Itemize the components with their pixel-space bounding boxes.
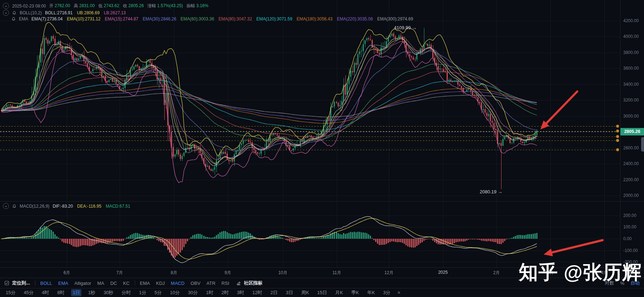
time-axis-label: 11月 — [333, 270, 341, 276]
boll-legend-row: ⌄ BOLL(10,2) BOLL:2716.91UB:2806.69LB:26… — [3, 10, 126, 16]
timeframe-button[interactable]: 1时 — [205, 289, 215, 296]
macd-legend-row: ⌄ MACD(12,26,9) DIF:-83.20DEA:-116.95MAC… — [3, 203, 130, 209]
alert-bell-icon[interactable] — [12, 204, 16, 208]
main-indicator-button[interactable]: BOLL — [40, 281, 52, 286]
locate-button[interactable]: 定位到... — [12, 280, 30, 286]
ema-values: EMA(7):2736.04EMA(10):2731.12EMA(15):274… — [31, 16, 413, 21]
timeframe-button[interactable]: 年K — [366, 289, 376, 296]
candle-datetime: 2025-02-23 08:00 — [12, 4, 46, 9]
main-indicator-button[interactable]: Alligator — [74, 281, 91, 286]
timeframe-button[interactable]: 月K — [334, 289, 345, 296]
ohlc-field-value: 1.57%(43.25) — [157, 3, 183, 8]
ohlc-field-label: 低 — [98, 3, 104, 8]
timeframe-button[interactable]: 5分 — [153, 289, 163, 296]
main-indicator-button[interactable]: MA — [97, 281, 104, 286]
ema-legend-row: EMA EMA(7):2736.04EMA(10):2731.12EMA(15)… — [3, 16, 413, 21]
timeframe-button[interactable]: 15分 — [4, 289, 17, 296]
price-tick-label: 3600.00 — [623, 66, 639, 71]
indicator-value: EMA(120):3071.59 — [256, 16, 293, 21]
alert-bell-icon[interactable] — [11, 17, 16, 21]
ohlc-field: 收 2805.26 — [123, 3, 144, 9]
sub-indicator-group: EMAKDJMACDOBVATRRSI — [140, 281, 229, 286]
timeframe-button[interactable]: 15日 — [316, 289, 328, 296]
ohlc-field-label: 收 — [123, 3, 128, 8]
last-price-badge: 2805.26 — [620, 128, 644, 135]
high-price-annotation: 4109.99 → — [394, 25, 417, 30]
main-indicator-button[interactable]: EMA — [58, 281, 68, 286]
time-axis-label: 8月 — [171, 270, 178, 276]
sub-indicator-button[interactable]: OBV — [191, 281, 200, 286]
time-axis-label: 6月 — [64, 270, 70, 276]
timeframe-button[interactable]: 2日 — [269, 289, 279, 296]
ohlc-field-value: 2762.00 — [55, 3, 70, 8]
sub-indicator-button[interactable]: RSI — [221, 281, 229, 286]
ohlc-field-value: 3.16% — [196, 3, 208, 8]
timeframe-button[interactable]: 2时 — [220, 289, 230, 296]
timeframe-button[interactable]: 4时 — [40, 289, 50, 296]
main-indicator-button[interactable]: KC — [123, 281, 130, 286]
collapse-chevron-icon[interactable]: ⌄ — [3, 203, 9, 209]
main-indicator-group: BOLLEMAAlligatorMADCKC — [40, 281, 130, 286]
sub-indicator-button[interactable]: MACD — [171, 281, 184, 286]
price-tick-label: 2000.00 — [623, 193, 639, 198]
close-icon[interactable]: ✕ — [397, 290, 401, 295]
timeframe-button[interactable]: 分时 — [120, 289, 132, 296]
price-tick-label: 3400.00 — [623, 82, 639, 87]
timeframe-button[interactable]: 季K — [350, 289, 360, 296]
boll-indicator-name[interactable]: BOLL(10,2) — [20, 10, 42, 15]
toolbar-divider — [35, 281, 35, 286]
ohlc-field: 低 2743.62 — [98, 3, 119, 9]
edit-pencil-icon[interactable] — [236, 281, 241, 286]
collapse-chevron-icon[interactable]: ⌄ — [3, 10, 9, 16]
timeframe-button[interactable]: 12时 — [251, 289, 263, 296]
timeframe-button[interactable]: 1秒 — [87, 289, 97, 296]
price-tick-label: 2600.00 — [623, 145, 639, 150]
timeframe-button[interactable]: 30分 — [186, 289, 199, 296]
timeframe-button[interactable]: 3分 — [382, 289, 392, 296]
ohlc-field: 开 2762.00 — [49, 3, 70, 9]
timeframe-toolbar: 15分45分4时8时1日1秒30秒分时1分5分10分30分1时2时3时12时2日… — [0, 288, 644, 297]
timeframe-button[interactable]: 8时 — [56, 289, 66, 296]
ohlc-field-value: 2805.26 — [128, 3, 144, 8]
ohlc-legend-row: ⌄ 2025-02-23 08:00 开 2762.00高 2831.00低 2… — [3, 3, 208, 9]
timeframe-button[interactable]: 1分 — [138, 289, 148, 296]
sub-indicator-button[interactable]: KDJ — [156, 281, 165, 286]
indicator-value: DEA:-116.95 — [77, 204, 101, 209]
time-axis-label: 2025 — [438, 270, 448, 275]
toolbar-divider — [135, 281, 135, 286]
indicator-value: EMA(300):2974.69 — [377, 16, 413, 21]
panel-toggle-handle[interactable] — [641, 137, 644, 152]
timeframe-button[interactable]: 10分 — [169, 289, 181, 296]
timeframe-button[interactable]: 45分 — [22, 289, 35, 296]
ohlc-fields: 开 2762.00高 2831.00低 2743.62收 2805.26涨幅 1… — [49, 3, 209, 9]
indicator-value: EMA(180):3056.43 — [296, 16, 333, 21]
price-tick-label: 2400.00 — [623, 161, 639, 166]
ema-indicator-name[interactable]: EMA — [19, 16, 28, 21]
time-axis-label: 10月 — [278, 270, 287, 276]
time-axis-label: 7月 — [116, 270, 123, 276]
ohlc-field-label: 振幅 — [186, 3, 196, 8]
locate-checkbox-icon[interactable] — [4, 281, 9, 286]
chart-canvas[interactable] — [0, 0, 644, 267]
sub-indicator-button[interactable]: EMA — [140, 281, 150, 286]
price-tick-label: 3200.00 — [623, 98, 639, 103]
macd-tick-label: 200.00 — [623, 213, 636, 218]
macd-indicator-name[interactable]: MACD(12,26,9) — [20, 204, 49, 209]
sub-indicator-button[interactable]: ATR — [206, 281, 215, 286]
indicator-value: DIF:-83.20 — [53, 204, 73, 209]
timeframe-button[interactable]: 3日 — [284, 289, 294, 296]
community-indicators-button[interactable]: 社区指标 — [244, 280, 263, 286]
alert-bell-icon[interactable] — [12, 11, 16, 15]
timeframe-button[interactable]: 30秒 — [102, 289, 115, 296]
timeframe-button[interactable]: 周K — [300, 289, 310, 296]
timeframe-button[interactable]: 1日 — [71, 289, 81, 296]
main-indicator-button[interactable]: DC — [110, 281, 117, 286]
watermark: 知乎 @张历辉 — [519, 259, 642, 286]
ohlc-field-value: 2831.00 — [79, 3, 95, 8]
indicator-value: EMA(80):3047.32 — [219, 16, 252, 21]
boll-values: BOLL:2716.91UB:2806.69LB:2627.13 — [45, 10, 126, 15]
collapse-chevron-icon[interactable]: ⌄ — [3, 3, 9, 9]
timeframe-button[interactable]: 3时 — [235, 289, 245, 296]
indicator-value: MACD:67.51 — [106, 204, 130, 209]
price-tick-label: 3800.00 — [623, 50, 639, 55]
